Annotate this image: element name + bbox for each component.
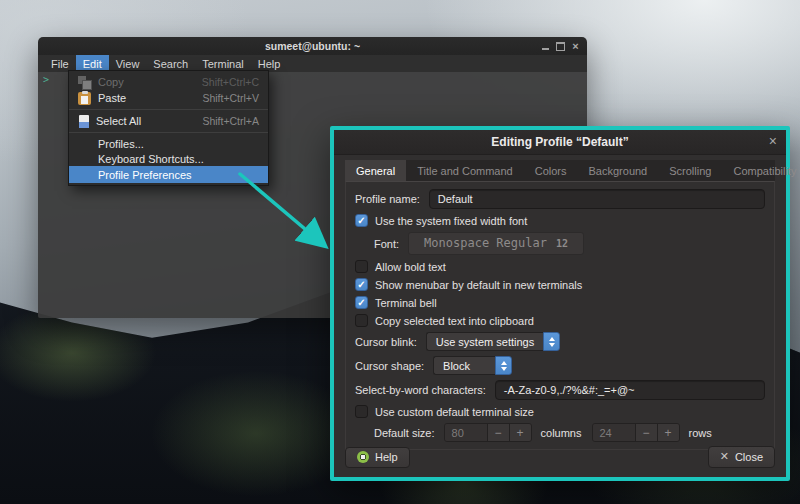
general-tab-content: Profile name: Default ✓ Use the system f… bbox=[345, 181, 775, 450]
menu-separator bbox=[69, 109, 268, 110]
dialog-action-row: Help ✕ Close bbox=[334, 438, 786, 477]
dialog-titlebar[interactable]: Editing Profile “Default” × bbox=[334, 130, 786, 155]
default-size-label: Default size: bbox=[374, 427, 435, 439]
copy-clipboard-label: Copy selected text into clipboard bbox=[375, 315, 534, 327]
tab-bar: General Title and Command Colors Backgro… bbox=[345, 160, 775, 181]
minimize-icon[interactable] bbox=[541, 42, 550, 51]
terminal-titlebar[interactable]: sumeet@ubuntu: ~ × bbox=[38, 37, 587, 55]
font-name: Monospace Regular bbox=[424, 236, 547, 250]
cursor-blink-value: Use system settings bbox=[426, 332, 543, 351]
dialog-close-icon[interactable]: × bbox=[769, 134, 777, 148]
settings-notebook: General Title and Command Colors Backgro… bbox=[345, 160, 775, 438]
select-chars-row: Select-by-word characters: -A-Za-z0-9,./… bbox=[355, 380, 765, 400]
menu-item-paste[interactable]: Paste Shift+Ctrl+V bbox=[69, 90, 268, 106]
use-system-font-checkbox[interactable]: ✓ bbox=[355, 214, 368, 227]
font-size: 12 bbox=[556, 238, 568, 249]
menu-separator bbox=[69, 132, 268, 133]
use-system-font-label: Use the system fixed width font bbox=[375, 215, 527, 227]
tab-colors[interactable]: Colors bbox=[524, 160, 578, 181]
cursor-blink-label: Cursor blink: bbox=[355, 336, 417, 348]
chevron-up-icon bbox=[501, 361, 507, 365]
copy-clipboard-checkbox[interactable] bbox=[355, 314, 368, 327]
profile-preferences-dialog: Editing Profile “Default” × General Titl… bbox=[330, 126, 790, 481]
cursor-shape-dropdown[interactable]: Block bbox=[433, 356, 512, 375]
select-all-shortcut: Shift+Ctrl+A bbox=[202, 115, 259, 127]
font-row: Font: Monospace Regular 12 bbox=[374, 232, 765, 255]
help-lifebuoy-icon bbox=[357, 451, 369, 463]
select-chars-input[interactable]: -A-Za-z0-9,./?%&#:_=+@~ bbox=[495, 380, 765, 400]
paste-shortcut: Shift+Ctrl+V bbox=[202, 92, 259, 104]
menu-item-profiles[interactable]: Profiles... bbox=[69, 136, 268, 151]
cursor-blink-row: Cursor blink: Use system settings bbox=[355, 332, 765, 351]
tab-scrolling[interactable]: Scrolling bbox=[658, 160, 722, 181]
paste-icon bbox=[78, 92, 91, 105]
font-label: Font: bbox=[374, 238, 399, 250]
close-button[interactable]: ✕ Close bbox=[708, 446, 775, 468]
dropdown-spinner-icon[interactable] bbox=[495, 356, 512, 375]
chevron-down-icon bbox=[549, 343, 555, 347]
show-menubar-checkbox[interactable]: ✓ bbox=[355, 278, 368, 291]
help-button-label: Help bbox=[375, 451, 398, 463]
help-button[interactable]: Help bbox=[345, 447, 410, 468]
rows-unit-label: rows bbox=[689, 427, 712, 439]
tab-general[interactable]: General bbox=[345, 160, 406, 181]
tab-compatibility[interactable]: Compatibility bbox=[722, 160, 800, 181]
terminal-prompt: > bbox=[43, 74, 49, 85]
copy-shortcut: Shift+Ctrl+C bbox=[202, 76, 259, 88]
maximize-icon[interactable] bbox=[556, 42, 565, 51]
show-menubar-row[interactable]: ✓ Show menubar by default in new termina… bbox=[355, 278, 765, 291]
cursor-shape-row: Cursor shape: Block bbox=[355, 356, 765, 375]
custom-size-row[interactable]: Use custom default terminal size bbox=[355, 405, 765, 418]
terminal-bell-label: Terminal bell bbox=[375, 297, 437, 309]
profile-name-input[interactable]: Default bbox=[429, 189, 765, 209]
copy-icon bbox=[78, 76, 91, 89]
terminal-bell-row[interactable]: ✓ Terminal bell bbox=[355, 296, 765, 309]
use-system-font-row[interactable]: ✓ Use the system fixed width font bbox=[355, 214, 765, 227]
profile-name-row: Profile name: Default bbox=[355, 189, 765, 209]
select-chars-label: Select-by-word characters: bbox=[355, 384, 486, 396]
menu-item-select-all[interactable]: Select All Shift+Ctrl+A bbox=[69, 113, 268, 129]
copy-clipboard-row[interactable]: Copy selected text into clipboard bbox=[355, 314, 765, 327]
menu-item-copy: Copy Shift+Ctrl+C bbox=[69, 74, 268, 90]
allow-bold-checkbox[interactable] bbox=[355, 260, 368, 273]
terminal-title: sumeet@ubuntu: ~ bbox=[38, 40, 587, 52]
close-button-label: Close bbox=[735, 451, 763, 463]
chevron-down-icon bbox=[501, 367, 507, 371]
cursor-shape-label: Cursor shape: bbox=[355, 360, 424, 372]
custom-size-label: Use custom default terminal size bbox=[375, 406, 534, 418]
tab-title-and-command[interactable]: Title and Command bbox=[406, 160, 524, 181]
font-picker-button: Monospace Regular 12 bbox=[408, 232, 584, 255]
dropdown-spinner-icon[interactable] bbox=[543, 332, 560, 351]
allow-bold-label: Allow bold text bbox=[375, 261, 446, 273]
columns-unit-label: columns bbox=[541, 427, 582, 439]
allow-bold-row[interactable]: Allow bold text bbox=[355, 260, 765, 273]
select-all-icon bbox=[79, 115, 89, 128]
cursor-blink-dropdown[interactable]: Use system settings bbox=[426, 332, 560, 351]
close-x-icon: ✕ bbox=[720, 450, 729, 463]
tab-background[interactable]: Background bbox=[578, 160, 659, 181]
desktop-wallpaper: sumeet@ubuntu: ~ × File Edit View Search… bbox=[0, 0, 800, 504]
annotation-arrow-icon bbox=[228, 166, 336, 254]
dialog-title: Editing Profile “Default” bbox=[491, 135, 628, 149]
close-icon[interactable]: × bbox=[571, 42, 580, 51]
custom-size-checkbox[interactable] bbox=[355, 405, 368, 418]
menu-item-keyboard-shortcuts[interactable]: Keyboard Shortcuts... bbox=[69, 151, 268, 166]
chevron-up-icon bbox=[549, 337, 555, 341]
show-menubar-label: Show menubar by default in new terminals bbox=[375, 279, 582, 291]
profile-name-label: Profile name: bbox=[355, 193, 420, 205]
cursor-shape-value: Block bbox=[433, 356, 495, 375]
terminal-bell-checkbox[interactable]: ✓ bbox=[355, 296, 368, 309]
window-controls: × bbox=[541, 37, 580, 55]
